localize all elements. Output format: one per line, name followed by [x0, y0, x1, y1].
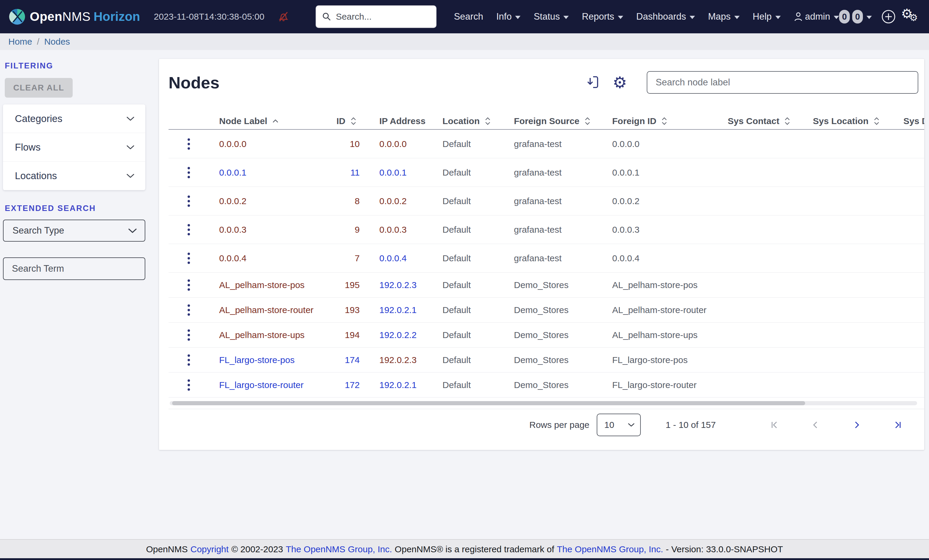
kebab-menu-icon[interactable] — [183, 277, 195, 293]
accordion-item-flows[interactable]: Flows — [3, 133, 145, 162]
column-label: Location — [443, 116, 480, 126]
table-row: 0.0.0.280.0.0.2Defaultgrafana-test0.0.0.… — [169, 187, 924, 216]
node-ip-link[interactable]: 192.0.2.1 — [379, 380, 417, 390]
node-label-link[interactable]: AL_pelham-store-router — [219, 305, 314, 315]
foreign-id-cell: AL_pelham-store-pos — [595, 280, 710, 290]
search-term-input[interactable] — [3, 257, 145, 280]
node-ip-link[interactable]: 192.0.2.1 — [379, 305, 417, 315]
column-header-foreign-id[interactable]: Foreign ID — [595, 116, 710, 126]
foreign-source-cell: grafana-test — [497, 253, 595, 263]
global-search[interactable] — [316, 5, 437, 28]
node-id-link[interactable]: 194 — [345, 330, 360, 340]
node-label-link[interactable]: 0.0.0.2 — [219, 196, 247, 206]
gears-icon[interactable]: ⚙⚙ — [901, 8, 920, 26]
kebab-menu-icon[interactable] — [183, 193, 195, 209]
accordion-item-categories[interactable]: Categories — [3, 104, 145, 133]
node-label-link[interactable]: 0.0.0.0 — [219, 139, 247, 149]
node-id-link[interactable]: 193 — [345, 305, 360, 315]
column-header-sys-location[interactable]: Sys Location — [796, 116, 886, 126]
nav-item-help[interactable]: Help — [753, 11, 781, 22]
node-label-link[interactable]: AL_pelham-store-pos — [219, 280, 305, 290]
node-ip-link[interactable]: 192.0.2.3 — [379, 280, 417, 290]
copyright-link[interactable]: Copyright — [190, 544, 228, 554]
pagination-bar: Rows per page 10 1 - 10 of 157 — [169, 409, 924, 441]
notification-badge-1[interactable]: 0 — [852, 10, 863, 23]
nav-item-maps[interactable]: Maps — [708, 11, 740, 22]
node-label-link[interactable]: FL_largo-store-router — [219, 380, 304, 390]
prev-page-icon[interactable] — [811, 420, 821, 430]
kebab-menu-icon[interactable] — [183, 136, 195, 152]
foreign-id-cell: 0.0.0.1 — [595, 168, 710, 177]
chevron-down-icon — [126, 173, 135, 178]
notification-badge-0[interactable]: 0 — [839, 10, 850, 23]
node-ip-link[interactable]: 0.0.0.0 — [379, 139, 407, 149]
node-id-link[interactable]: 9 — [355, 225, 360, 234]
breadcrumb-current-link[interactable]: Nodes — [44, 37, 70, 47]
kebab-menu-icon[interactable] — [183, 327, 195, 343]
column-header-location[interactable]: Location — [425, 116, 497, 126]
nav-item-search[interactable]: Search — [454, 11, 483, 22]
node-id-link[interactable]: 195 — [345, 280, 360, 290]
first-page-icon[interactable] — [770, 420, 780, 430]
foreign-id-cell: AL_pelham-store-router — [595, 305, 710, 315]
page-title: Nodes — [169, 73, 219, 92]
kebab-menu-icon[interactable] — [183, 302, 195, 318]
nav-item-info[interactable]: Info — [497, 11, 521, 22]
last-page-icon[interactable] — [893, 420, 903, 430]
chevron-down-icon — [628, 423, 635, 427]
foreign-id-cell: AL_pelham-store-ups — [595, 330, 710, 340]
node-label-search-input[interactable] — [647, 71, 918, 94]
breadcrumb-home-link[interactable]: Home — [8, 37, 32, 47]
column-header-sys-contact[interactable]: Sys Contact — [710, 116, 796, 126]
kebab-menu-icon[interactable] — [183, 377, 195, 393]
kebab-menu-icon[interactable] — [183, 250, 195, 266]
node-label-link[interactable]: FL_largo-store-pos — [219, 355, 294, 365]
pagination-range-label: 1 - 10 of 157 — [666, 420, 716, 430]
node-label-link[interactable]: 0.0.0.4 — [219, 253, 247, 263]
opennms-group-link[interactable]: The OpenNMS Group, Inc. — [286, 544, 392, 554]
node-ip-link[interactable]: 0.0.0.3 — [379, 225, 407, 234]
node-id-link[interactable]: 172 — [345, 380, 360, 390]
node-id-link[interactable]: 11 — [351, 168, 360, 177]
nav-item-reports[interactable]: Reports — [582, 11, 623, 22]
node-ip-link[interactable]: 192.0.2.3 — [379, 355, 417, 365]
next-page-icon[interactable] — [852, 420, 862, 430]
location-cell: Default — [425, 305, 497, 315]
node-label-link[interactable]: 0.0.0.1 — [219, 168, 247, 177]
nav-item-admin[interactable]: admin — [794, 11, 839, 22]
export-icon[interactable] — [587, 75, 600, 90]
node-ip-link[interactable]: 192.0.2.2 — [379, 330, 417, 340]
column-header-id[interactable]: ID — [320, 116, 362, 126]
node-ip-link[interactable]: 0.0.0.1 — [379, 168, 407, 177]
notifications-off-icon[interactable] — [277, 11, 290, 22]
clear-all-button[interactable]: CLEAR ALL — [5, 78, 73, 98]
foreign-source-cell: Demo_Stores — [497, 280, 595, 290]
node-label-link[interactable]: 0.0.0.3 — [219, 225, 247, 234]
table-row: AL_pelham-store-ups194192.0.2.2DefaultDe… — [169, 323, 924, 347]
node-id-link[interactable]: 7 — [355, 253, 360, 263]
nav-item-status[interactable]: Status — [533, 11, 569, 22]
accordion-item-locations[interactable]: Locations — [3, 162, 145, 190]
node-id-link[interactable]: 10 — [350, 139, 360, 149]
kebab-menu-icon[interactable] — [183, 165, 195, 181]
opennms-group-link[interactable]: The OpenNMS Group, Inc. — [557, 544, 663, 554]
node-id-link[interactable]: 8 — [355, 196, 360, 206]
kebab-menu-icon[interactable] — [183, 222, 195, 238]
node-ip-link[interactable]: 0.0.0.2 — [379, 196, 407, 206]
gear-icon[interactable]: ⚙ — [613, 74, 627, 90]
accordion-label: Categories — [15, 113, 63, 124]
kebab-menu-icon[interactable] — [183, 352, 195, 368]
page-size-select[interactable]: 10 — [597, 414, 641, 436]
opennms-logo[interactable]: OpenNMS Horizon — [9, 8, 140, 25]
node-label-link[interactable]: AL_pelham-store-ups — [219, 330, 305, 340]
node-ip-link[interactable]: 0.0.0.4 — [379, 253, 407, 263]
nav-item-dashboards[interactable]: Dashboards — [636, 11, 695, 22]
node-id-link[interactable]: 174 — [345, 355, 360, 365]
notification-badges[interactable]: 00 — [839, 10, 872, 23]
search-type-select[interactable]: Search Type — [3, 220, 145, 242]
plus-circle-icon[interactable] — [881, 9, 896, 24]
column-header-foreign-source[interactable]: Foreign Source — [497, 116, 595, 126]
column-header-node-label[interactable]: Node Label — [209, 116, 320, 126]
global-search-input[interactable] — [336, 12, 430, 22]
horizontal-scrollbar-thumb[interactable] — [172, 401, 805, 405]
